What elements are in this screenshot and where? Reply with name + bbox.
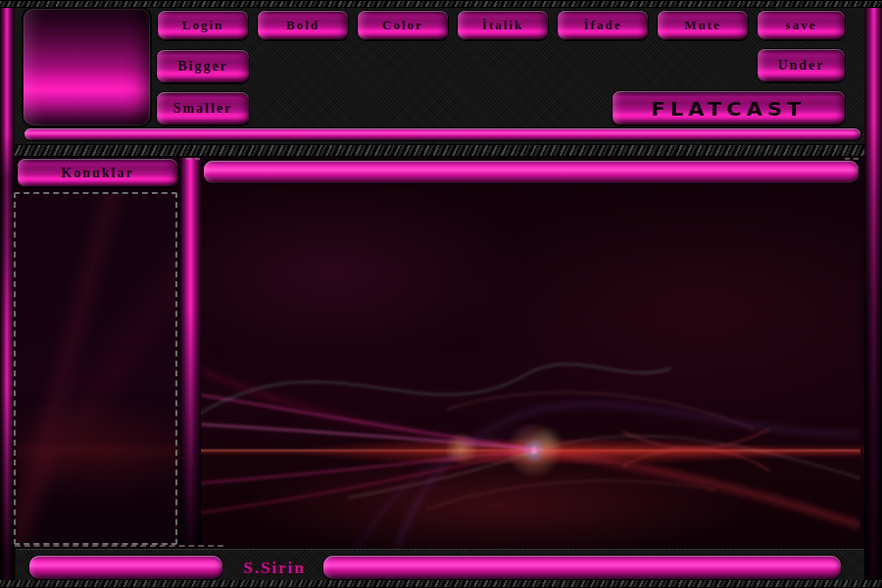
flatcast-brand-text: FLATCAST xyxy=(652,97,807,120)
logo-panel xyxy=(24,9,150,125)
middle-rail-ornament xyxy=(180,158,201,549)
right-rail-ornament xyxy=(864,8,882,580)
braid-border-top xyxy=(0,0,882,8)
left-rail-ornament xyxy=(0,8,15,580)
main-title-bar xyxy=(204,161,858,183)
flatcast-theme-window: Login Bold Color İtalik İfade Mute save … xyxy=(0,0,882,588)
guest-list-panel xyxy=(14,192,177,545)
footer-bar-left xyxy=(29,556,222,579)
flatcast-brand-plate[interactable]: FLATCAST xyxy=(612,91,845,125)
guest-list-header: Konuklar xyxy=(18,159,177,187)
smaller-button[interactable]: Smaller xyxy=(157,92,249,125)
save-button[interactable]: save xyxy=(758,11,845,40)
signature-text: S.Sirin xyxy=(221,552,327,578)
italic-button[interactable]: İtalik xyxy=(458,11,548,40)
fractal-flame-art xyxy=(201,184,860,549)
footer-bar-right xyxy=(323,556,841,579)
under-button[interactable]: Under xyxy=(758,49,845,82)
braid-border-bottom xyxy=(0,579,882,588)
color-button[interactable]: Color xyxy=(358,11,448,40)
login-button[interactable]: Login xyxy=(158,11,248,40)
header-progress-bar xyxy=(24,128,860,140)
emote-button[interactable]: İfade xyxy=(558,11,648,40)
bigger-button[interactable]: Bigger xyxy=(157,50,249,83)
stitch-line xyxy=(15,545,223,547)
broadcast-view xyxy=(201,184,860,549)
braid-border-middle xyxy=(0,144,882,157)
bold-button[interactable]: Bold xyxy=(258,11,348,40)
mute-button[interactable]: Mute xyxy=(658,11,748,40)
footer-strip: S.Sirin xyxy=(16,549,864,580)
stitch-tick-right xyxy=(845,158,858,160)
stitch-tick-left xyxy=(186,158,200,160)
